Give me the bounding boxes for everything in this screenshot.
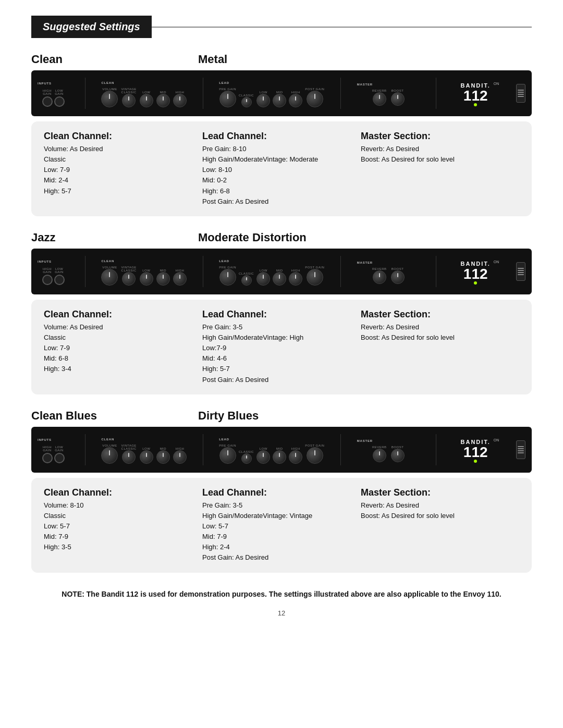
preset-group-blues: Clean Blues Dirty Blues INPUTS HIGHGAIN … bbox=[31, 409, 532, 573]
preset-right-label-3: Dirty Blues bbox=[198, 409, 259, 423]
master-section-title-2: Master Section: bbox=[361, 309, 519, 320]
clean-channel-col-1: Clean Channel: Volume: As Desired Classi… bbox=[44, 131, 202, 207]
preset-left-label-3: Clean Blues bbox=[31, 409, 198, 423]
amp-panel-1: INPUTS HIGHGAIN LOWGAIN CLEAN VOLUME bbox=[31, 70, 532, 116]
preset-header-1: Clean Metal bbox=[31, 53, 532, 66]
clean-volume-knob bbox=[101, 91, 118, 107]
amp-clean-section: CLEAN VOLUME VINTAGECLASSIC LOW MID bbox=[101, 79, 186, 107]
info-box-1: Clean Channel: Volume: As Desired Classi… bbox=[31, 121, 532, 216]
clean-low-knob bbox=[140, 94, 153, 107]
preset-left-label-1: Clean bbox=[31, 53, 198, 66]
lead-channel-title-2: Lead Channel: bbox=[202, 309, 361, 320]
lead-postgain-knob bbox=[307, 91, 323, 107]
clean-channel-col-3: Clean Channel: Volume: 8-10 Classic Low:… bbox=[44, 487, 202, 563]
master-section-col-2: Master Section: Reverb: As Desired Boost… bbox=[361, 309, 519, 385]
master-boost-knob bbox=[391, 92, 405, 106]
master-section-title-1: Master Section: bbox=[361, 131, 519, 142]
clean-channel-title-3: Clean Channel: bbox=[44, 487, 202, 498]
preset-group-jazz-moderate: Jazz Moderate Distortion INPUTS HIGHGAIN… bbox=[31, 231, 532, 394]
amp-panel-2: INPUTS HIGHGAIN LOWGAIN CLEAN VOLUME bbox=[31, 249, 532, 294]
clean-channel-title-1: Clean Channel: bbox=[44, 131, 202, 142]
preset-right-label-1: Metal bbox=[198, 53, 227, 66]
bandit-logo-area-2: ON BANDIT. 112 bbox=[452, 257, 499, 286]
clean-channel-items-1: Volume: As Desired Classic Low: 7-9 Mid:… bbox=[44, 144, 202, 196]
lead-channel-items-3: Pre Gain: 3-5 High Gain/ModerateVintage:… bbox=[202, 500, 361, 563]
master-section-items-1: Reverb: As Desired Boost: As Desired for… bbox=[361, 144, 519, 165]
bandit-logo-area-3: ON BANDIT. 112 bbox=[452, 436, 499, 464]
preset-group-clean-metal: Clean Metal INPUTS HIGHGAIN LOWGAIN CLEA… bbox=[31, 53, 532, 216]
master-section-col-3: Master Section: Reverb: As Desired Boost… bbox=[361, 487, 519, 563]
preset-left-label-2: Jazz bbox=[31, 231, 198, 244]
clean-channel-items-2: Volume: As Desired Classic Low: 7-9 Mid:… bbox=[44, 322, 202, 375]
lead-mid-knob bbox=[273, 94, 286, 107]
page-title: Suggested Settings bbox=[31, 16, 152, 38]
power-indicator bbox=[474, 103, 477, 106]
lead-channel-col-1: Lead Channel: Pre Gain: 8-10 High Gain/M… bbox=[202, 131, 361, 207]
master-section-col-1: Master Section: Reverb: As Desired Boost… bbox=[361, 131, 519, 207]
preset-right-label-2: Moderate Distortion bbox=[198, 231, 307, 244]
amp-lead-section: LEAD PRE GAIN CLASSIC LOW MID bbox=[219, 79, 324, 107]
page-header: Suggested Settings bbox=[31, 16, 532, 38]
amp-inputs: INPUTS HIGHGAIN LOWGAIN bbox=[38, 80, 69, 107]
clean-classic-knob bbox=[122, 94, 136, 107]
lead-channel-col-3: Lead Channel: Pre Gain: 3-5 High Gain/Mo… bbox=[202, 487, 361, 563]
preset-header-2: Jazz Moderate Distortion bbox=[31, 231, 532, 244]
amp-switch bbox=[516, 84, 525, 103]
lead-classic-knob bbox=[241, 97, 252, 107]
master-section-items-2: Reverb: As Desired Boost: As Desired for… bbox=[361, 322, 519, 343]
clean-channel-col-2: Clean Channel: Volume: As Desired Classi… bbox=[44, 309, 202, 385]
master-section-title-3: Master Section: bbox=[361, 487, 519, 498]
header-divider bbox=[152, 27, 532, 28]
info-box-3: Clean Channel: Volume: 8-10 Classic Low:… bbox=[31, 478, 532, 573]
clean-channel-items-3: Volume: 8-10 Classic Low: 5-7 Mid: 7-9 H… bbox=[44, 500, 202, 553]
jack-high-gain bbox=[42, 96, 53, 107]
bandit-logo: BANDIT. 112 bbox=[461, 82, 491, 103]
amp-master-section: MASTER REVERB BOOST bbox=[357, 81, 420, 106]
lead-channel-col-2: Lead Channel: Pre Gain: 3-5 High Gain/Mo… bbox=[202, 309, 361, 385]
lead-channel-items-2: Pre Gain: 3-5 High Gain/ModerateVintage:… bbox=[202, 322, 361, 385]
lead-high-knob bbox=[289, 94, 302, 107]
master-reverb-knob bbox=[373, 92, 386, 106]
clean-channel-title-2: Clean Channel: bbox=[44, 309, 202, 320]
lead-low-knob bbox=[256, 94, 270, 107]
master-section-items-3: Reverb: As Desired Boost: As Desired for… bbox=[361, 500, 519, 521]
lead-channel-items-1: Pre Gain: 8-10 High Gain/ModerateVintage… bbox=[202, 144, 361, 207]
jack-low-gain bbox=[54, 96, 65, 107]
preset-header-3: Clean Blues Dirty Blues bbox=[31, 409, 532, 423]
amp-inputs-2: INPUTS HIGHGAIN LOWGAIN bbox=[38, 258, 69, 285]
lead-channel-title-1: Lead Channel: bbox=[202, 131, 361, 142]
info-box-2: Clean Channel: Volume: As Desired Classi… bbox=[31, 300, 532, 394]
clean-mid-knob bbox=[156, 94, 170, 107]
page-number: 12 bbox=[31, 609, 532, 617]
lead-channel-title-3: Lead Channel: bbox=[202, 487, 361, 498]
lead-pregain-knob bbox=[219, 91, 236, 107]
clean-high-knob bbox=[173, 94, 187, 107]
bandit-logo-area: ON BANDIT. 112 bbox=[452, 79, 499, 107]
bottom-note: NOTE: The Bandit 112 is used for demonst… bbox=[31, 588, 532, 600]
amp-panel-3: INPUTS HIGHGAIN LOWGAIN CLEAN VOLUME bbox=[31, 427, 532, 473]
